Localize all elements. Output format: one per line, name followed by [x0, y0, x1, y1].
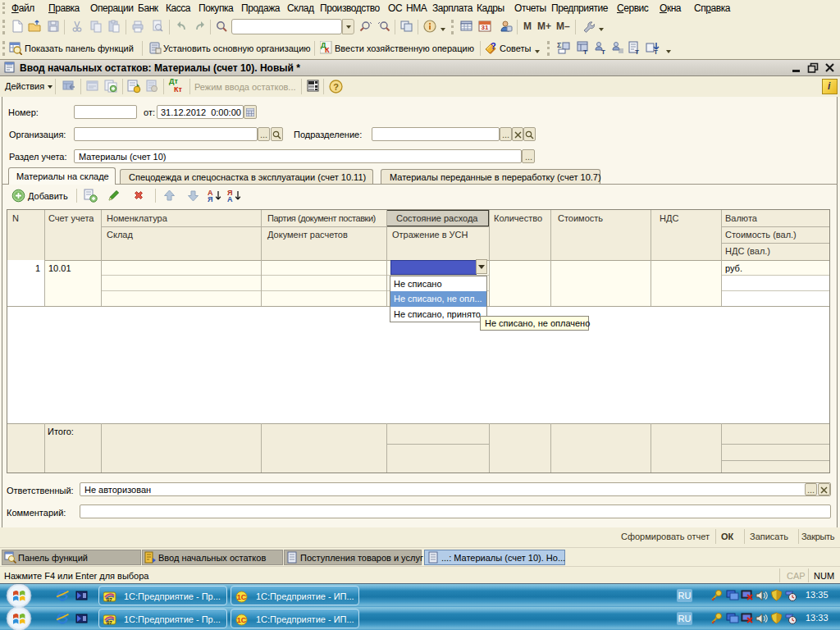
svg-text:?: ?: [333, 82, 339, 92]
svg-text:А: А: [227, 195, 233, 203]
svg-text:Я: Я: [208, 195, 212, 203]
